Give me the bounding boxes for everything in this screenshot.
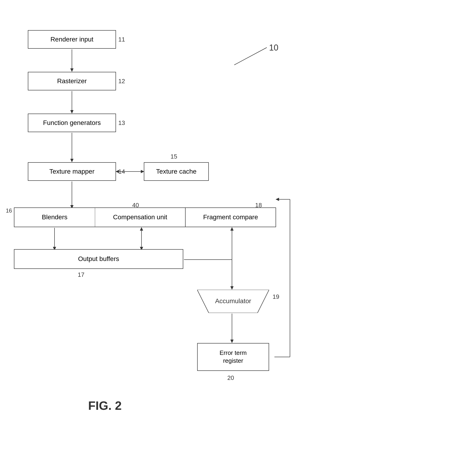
diagram-svg <box>0 0 476 455</box>
texture-cache-label: Texture cache <box>156 167 196 176</box>
renderer-input-box: Renderer input <box>28 30 116 49</box>
error-term-register-label: Error term register <box>220 349 247 365</box>
fragment-compare-box: Fragment compare <box>186 207 276 227</box>
function-generators-label: Function generators <box>43 119 101 127</box>
texture-cache-box: Texture cache <box>144 162 209 181</box>
output-buffers-box: Output buffers <box>14 249 183 269</box>
figure-label: FIG. 2 <box>88 399 122 413</box>
svg-marker-5 <box>70 159 74 162</box>
blenders-arrow-label: 16 <box>6 207 12 214</box>
compensation-unit-label: Compensation unit <box>113 213 167 221</box>
blenders-box: Blenders <box>14 207 95 227</box>
error-term-register-box: Error term register <box>197 343 269 371</box>
accumulator-box: Accumulator <box>197 290 269 313</box>
texture-mapper-ref: 14 <box>118 168 125 175</box>
error-term-register-ref: 20 <box>227 374 234 382</box>
svg-line-27 <box>234 48 267 65</box>
diagram-container: Renderer input 11 Rasterizer 12 Function… <box>0 0 476 455</box>
renderer-input-ref: 11 <box>118 36 125 43</box>
function-generators-box: Function generators <box>28 114 116 132</box>
compensation-ref: 40 <box>132 202 139 209</box>
function-generators-ref: 13 <box>118 119 125 127</box>
svg-marker-19 <box>230 340 234 343</box>
rasterizer-box: Rasterizer <box>28 72 116 90</box>
rasterizer-ref: 12 <box>118 78 125 85</box>
accumulator-ref: 19 <box>273 293 279 301</box>
svg-marker-23 <box>276 198 279 201</box>
texture-mapper-box: Texture mapper <box>28 162 116 181</box>
output-buffers-label: Output buffers <box>78 255 119 263</box>
svg-marker-3 <box>70 110 74 114</box>
renderer-input-label: Renderer input <box>50 35 93 44</box>
texture-mapper-label: Texture mapper <box>50 167 95 176</box>
diagram-main-label: 10 <box>269 43 278 53</box>
output-buffers-ref: 17 <box>78 271 84 278</box>
fragment-compare-ref: 18 <box>255 202 262 209</box>
svg-marker-1 <box>70 68 74 72</box>
svg-marker-15 <box>140 227 143 231</box>
texture-cache-ref: 15 <box>170 153 177 160</box>
fragment-compare-label: Fragment compare <box>203 213 258 221</box>
compensation-unit-box: Compensation unit <box>95 207 186 227</box>
rasterizer-label: Rasterizer <box>57 77 87 85</box>
svg-text:Accumulator: Accumulator <box>215 297 251 305</box>
blenders-label: Blenders <box>42 213 67 221</box>
svg-marker-26 <box>230 227 234 231</box>
svg-marker-17 <box>230 286 234 290</box>
